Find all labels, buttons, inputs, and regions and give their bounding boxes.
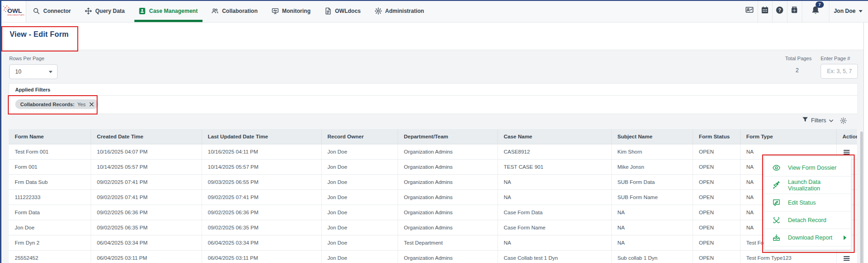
nav-item-connector[interactable]: Connector (33, 0, 71, 22)
table-cell: 09/02/2025 07:41 PM (202, 190, 321, 205)
title-bar: View - Edit Form (0, 22, 868, 50)
table-cell: CASE8912 (498, 144, 611, 160)
filters-dropdown[interactable]: Filters (802, 117, 833, 124)
table-cell: SUB Form Name (611, 190, 693, 205)
notification-badge: 7 (816, 1, 824, 8)
column-header[interactable]: Subject Name (611, 129, 693, 144)
table-cell: TEST CASE 901 (498, 160, 611, 175)
context-menu-item-label: Launch Data Visualization (788, 179, 851, 192)
table-row: 11122233309/02/2025 07:41 PM09/02/2025 0… (9, 190, 857, 205)
move-icon (85, 7, 92, 15)
table-cell: 06/04/2025 03:11 PM (91, 251, 202, 263)
table-cell: Organization Admins (398, 220, 498, 235)
nav-item-collaboration[interactable]: Collaboration (211, 0, 257, 22)
page-title: View - Edit Form (10, 30, 69, 39)
notifications-button[interactable]: 7 (802, 0, 829, 22)
table-cell: Sub collab 1 Dyn (611, 251, 693, 263)
column-header[interactable]: Form Type (740, 129, 836, 144)
column-header[interactable]: Record Owner (321, 129, 398, 144)
enter-page-input[interactable] (821, 64, 858, 79)
bot-button[interactable] (787, 0, 802, 22)
filter-chip-value: Yes (77, 102, 86, 107)
table-cell: OPEN (693, 160, 740, 175)
table-cell: OPEN (693, 235, 740, 251)
table-toolbar: Filters (9, 114, 858, 129)
table-cell: 10/14/2025 05:57 PM (91, 160, 202, 175)
table-cell: OPEN (693, 190, 740, 205)
table-cell: Test Form 001 (9, 144, 91, 160)
table-row: Frm Data Sub09/02/2025 07:41 PM09/03/202… (9, 175, 857, 190)
table-cell: OPEN (693, 205, 740, 220)
table-cell: Jon Doe (321, 190, 398, 205)
filter-chip[interactable]: Collaborated Records: Yes (15, 99, 98, 109)
nav-item-administration[interactable]: Administration (375, 0, 424, 22)
table-cell: OPEN (693, 175, 740, 190)
table-cell: Kim Shorn (611, 144, 693, 160)
context-menu-item[interactable]: Detach Record (764, 212, 851, 229)
nav-item-label: Administration (385, 8, 424, 14)
detach-icon (772, 216, 781, 224)
main-menu: Connector Query Data Case Management Col… (26, 0, 424, 22)
context-menu-item[interactable]: Download Report (764, 229, 851, 246)
navbar-right-controls: ? 7 Jon Doe (742, 0, 868, 22)
column-header[interactable]: Last Updated Date Time (202, 129, 321, 144)
total-pages-label: Total Pages (785, 56, 811, 61)
table-cell: Form 001 (9, 160, 91, 175)
nav-item-label: Collaboration (222, 8, 257, 14)
owl-logo[interactable]: OWL INTELLIGENCE PLATFORM (0, 0, 26, 22)
owl-logo-graphic: OWL INTELLIGENCE PLATFORM (1, 2, 24, 20)
context-menu-item[interactable]: View Form Dossier (764, 159, 851, 177)
user-name: Jon Doe (834, 8, 856, 14)
scrollbar-thumb[interactable] (860, 132, 863, 263)
table-cell: Organization Admins (398, 144, 498, 160)
row-action-menu-button[interactable] (836, 251, 857, 263)
table-cell: 09/02/2025 06:36 PM (91, 205, 202, 220)
agent-icon (745, 6, 754, 17)
column-header[interactable]: Created Date Time (91, 129, 202, 144)
table-cell: Case Form Name (498, 220, 611, 235)
table-cell: 111222333 (9, 190, 91, 205)
column-header[interactable]: Form Name (9, 129, 91, 144)
document-icon (324, 7, 332, 15)
nav-item-monitoring[interactable]: Monitoring (272, 0, 311, 22)
agent-button[interactable] (742, 0, 758, 22)
download-icon (772, 234, 781, 242)
column-header[interactable]: Case Name (498, 129, 611, 144)
table-cell: 09/02/2025 07:41 PM (91, 175, 202, 190)
rows-per-page-select[interactable]: 10 (9, 64, 58, 79)
table-row: Form Data09/02/2025 06:36 PM09/02/2025 0… (9, 205, 857, 220)
applied-filters-title: Applied Filters (9, 84, 857, 96)
calendar-button[interactable] (758, 0, 772, 22)
rows-per-page-label: Rows Per Page (9, 56, 44, 61)
help-button[interactable]: ? (772, 0, 787, 22)
app-window: OWL INTELLIGENCE PLATFORM Connector Quer… (0, 0, 868, 263)
context-menu-item-label: Detach Record (788, 217, 826, 223)
column-header[interactable]: Form Status (693, 129, 740, 144)
submenu-arrow-icon (844, 235, 846, 240)
user-menu[interactable]: Jon Doe (829, 0, 868, 22)
table-cell: Jon Doe (321, 175, 398, 190)
table-row: Jon Doe09/02/2025 06:35 PM09/02/2025 06:… (9, 220, 857, 235)
nav-item-label: Case Management (149, 8, 197, 14)
close-icon[interactable] (89, 102, 94, 107)
page-scrollbar-track[interactable] (863, 22, 868, 263)
nav-item-case-management[interactable]: Case Management (139, 0, 197, 22)
table-cell: 09/02/2025 06:35 PM (202, 220, 321, 235)
table-cell: Test Form Type123 (740, 251, 836, 263)
table-settings-button[interactable] (840, 117, 847, 124)
window-edge (0, 0, 868, 1)
table-cell: 06/04/2025 03:34 PM (202, 235, 321, 251)
nav-item-owldocs[interactable]: OWLdocs (324, 0, 361, 22)
monitor-icon (272, 7, 279, 15)
context-menu-item[interactable]: Edit Status (764, 194, 851, 212)
column-header[interactable]: Action (836, 129, 857, 144)
case-management-icon (139, 7, 146, 15)
context-menu-item-label: View Form Dossier (788, 165, 836, 171)
context-menu-item[interactable]: Launch Data Visualization (764, 177, 851, 194)
table-cell: Jon Doe (321, 235, 398, 251)
column-header[interactable]: Department/Team (398, 129, 498, 144)
table-cell: Jon Doe (321, 144, 398, 160)
nav-item-query-data[interactable]: Query Data (85, 0, 125, 22)
chevron-down-icon (49, 71, 52, 73)
rocket-icon (772, 181, 781, 189)
